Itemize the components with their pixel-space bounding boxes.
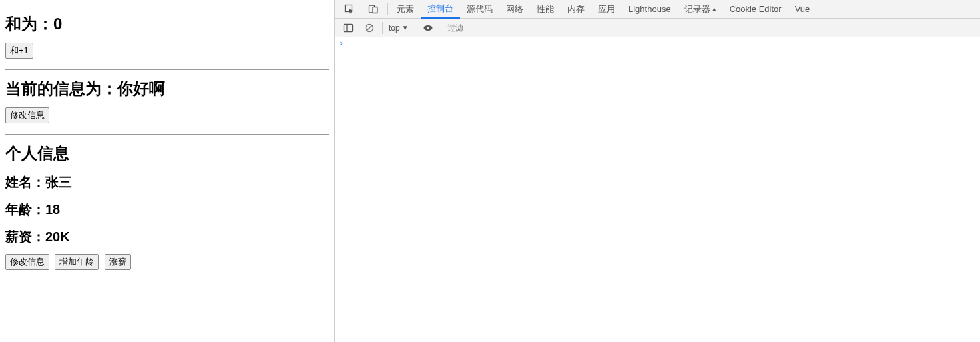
tab-console[interactable]: 控制台 — [421, 0, 460, 19]
person-name-value: 张三 — [45, 175, 72, 189]
separator — [382, 22, 383, 34]
tab-lighthouse[interactable]: Lighthouse — [622, 0, 678, 19]
svg-point-8 — [427, 27, 429, 29]
sum-section: 和为：0 和+1 — [5, 13, 329, 70]
toggle-sidebar-icon[interactable] — [338, 19, 359, 37]
sum-label: 和为： — [5, 15, 53, 33]
person-age-label: 年龄： — [5, 202, 45, 217]
person-salary-row: 薪资：20K — [5, 228, 329, 246]
modify-person-button[interactable]: 修改信息 — [5, 254, 49, 270]
experimental-icon: ▴ — [712, 5, 716, 13]
person-salary-value: 20K — [45, 229, 70, 244]
sum-increment-button[interactable]: 和+1 — [5, 43, 33, 59]
page-content: 和为：0 和+1 当前的信息为：你好啊 修改信息 个人信息 姓名：张三 年龄：1… — [0, 0, 334, 342]
tab-network[interactable]: 网络 — [499, 0, 530, 19]
person-age-row: 年龄：18 — [5, 201, 329, 219]
devtools-panel: 元素 控制台 源代码 网络 性能 内存 应用 Lighthouse 记录器 ▴ … — [334, 0, 980, 342]
info-section: 当前的信息为：你好啊 修改信息 — [5, 78, 329, 135]
tab-memory[interactable]: 内存 — [561, 0, 591, 19]
tab-vue[interactable]: Vue — [788, 0, 817, 19]
toggle-device-icon[interactable] — [362, 0, 385, 19]
tab-sources[interactable]: 源代码 — [460, 0, 499, 19]
clear-console-icon[interactable] — [359, 19, 380, 37]
svg-rect-3 — [344, 24, 353, 31]
person-section: 个人信息 姓名：张三 年龄：18 薪资：20K 修改信息 增加年龄 涨薪 — [5, 143, 329, 277]
filter-input[interactable] — [443, 22, 977, 34]
person-name-row: 姓名：张三 — [5, 173, 329, 191]
divider — [5, 69, 329, 70]
increase-age-button[interactable]: 增加年龄 — [55, 254, 99, 270]
svg-line-6 — [367, 25, 372, 31]
tab-cookie-editor[interactable]: Cookie Editor — [723, 0, 788, 19]
divider — [5, 134, 329, 135]
separator — [415, 22, 415, 34]
tab-recorder[interactable]: 记录器 ▴ — [678, 0, 723, 19]
person-age-value: 18 — [45, 202, 60, 217]
tab-recorder-label: 记录器 — [684, 3, 710, 15]
person-heading: 个人信息 — [5, 143, 329, 164]
tab-application[interactable]: 应用 — [591, 0, 622, 19]
separator — [387, 3, 388, 15]
console-toolbar: top ▼ — [335, 19, 980, 37]
console-prompt-icon: › — [339, 39, 344, 48]
svg-rect-2 — [373, 7, 377, 13]
chevron-down-icon: ▼ — [402, 24, 409, 31]
devtools-tab-strip: 元素 控制台 源代码 网络 性能 内存 应用 Lighthouse 记录器 ▴ … — [335, 0, 980, 19]
modify-info-button[interactable]: 修改信息 — [5, 107, 49, 123]
person-salary-label: 薪资： — [5, 229, 45, 244]
person-name-label: 姓名： — [5, 175, 45, 189]
info-label: 当前的信息为： — [5, 79, 117, 97]
sum-value: 0 — [53, 15, 62, 33]
separator — [441, 22, 441, 34]
live-expression-icon[interactable] — [417, 19, 439, 37]
console-output[interactable]: › — [335, 37, 980, 342]
context-label: top — [389, 23, 400, 33]
tab-performance[interactable]: 性能 — [530, 0, 561, 19]
info-heading: 当前的信息为：你好啊 — [5, 78, 329, 99]
inspect-element-icon[interactable] — [338, 0, 362, 19]
context-selector[interactable]: top ▼ — [385, 19, 413, 37]
info-value: 你好啊 — [117, 79, 165, 97]
raise-salary-button[interactable]: 涨薪 — [105, 254, 131, 270]
tab-elements[interactable]: 元素 — [390, 0, 421, 19]
sum-heading: 和为：0 — [5, 13, 329, 35]
